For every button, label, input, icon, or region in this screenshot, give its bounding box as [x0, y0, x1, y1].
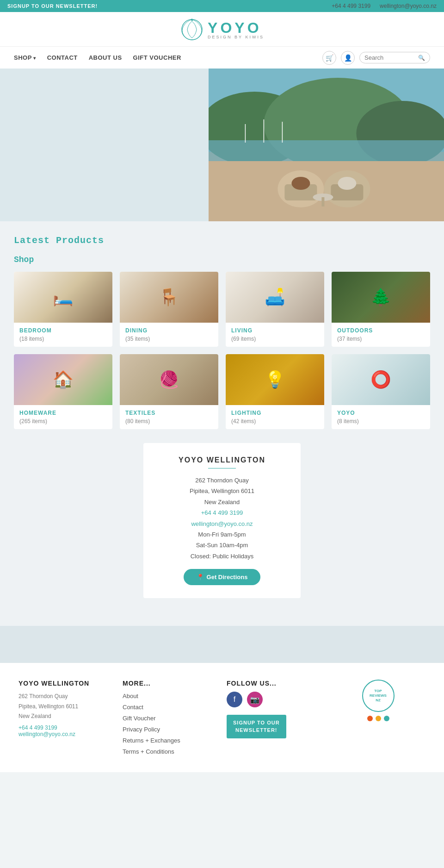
product-name: BEDROOM: [19, 327, 107, 334]
directions-button[interactable]: 📍 Get Directions: [184, 569, 261, 585]
footer-follow-title: Follow us...: [227, 680, 321, 687]
footer-addr3: New Zealand: [18, 712, 113, 722]
logo-sub: DESIGN BY KIWIS: [208, 35, 264, 39]
hero-image: [209, 69, 444, 221]
store-address-line3: New Zealand: [162, 497, 282, 507]
dots-row: [367, 716, 389, 721]
store-address-line2: Pipitea, Wellington 6011: [162, 486, 282, 496]
footer-link-terms-+-conditions[interactable]: Terms + Conditions: [123, 748, 174, 755]
product-count: (69 items): [231, 336, 319, 342]
product-card-outdoors[interactable]: 🌲 OUTDOORS (37 items): [332, 272, 430, 347]
store-info-wrapper: YOYO WELLINGTON 262 Thorndon Quay Pipite…: [14, 443, 430, 598]
footer-store-address: 262 Thorndon Quay Pipitea, Wellington 60…: [18, 692, 113, 722]
product-card-yoyo[interactable]: ⭕ YOYO (8 items): [332, 354, 430, 429]
product-card-textiles[interactable]: 🧶 TEXTILES (80 items): [120, 354, 218, 429]
product-image-dining: 🪑: [120, 272, 218, 323]
hero-left: [0, 69, 209, 221]
product-info: OUTDOORS (37 items): [332, 323, 430, 347]
logo-text: YOYO DESIGN BY KIWIS: [208, 20, 264, 39]
store-hours-weekend: Sat-Sun 10am-4pm: [162, 540, 282, 550]
product-card-living[interactable]: 🛋️ LIVING (69 items): [226, 272, 324, 347]
product-name: LIVING: [231, 327, 319, 334]
footer-link-contact[interactable]: Contact: [123, 704, 143, 711]
footer-addr1: 262 Thorndon Quay: [18, 692, 113, 702]
footer-col-more: More... AboutContactGift VoucherPrivacy …: [123, 680, 217, 758]
footer-link-item: Gift Voucher: [123, 714, 217, 722]
product-grid-row1: 🛏️ BEDROOM (18 items) 🪑 DINING (35 items…: [14, 272, 430, 347]
product-card-homeware[interactable]: 🏠 HOMEWARE (265 items): [14, 354, 112, 429]
footer-link-item: Terms + Conditions: [123, 747, 217, 756]
footer-link-about[interactable]: About: [123, 693, 138, 699]
nav-icons: 🛒 👤 🔍: [322, 51, 430, 65]
svg-rect-9: [209, 140, 444, 163]
instagram-icon[interactable]: 📷: [247, 692, 263, 707]
cart-button[interactable]: 🛒: [322, 51, 336, 65]
svg-rect-21: [322, 197, 325, 206]
top-bar-phone: +64 4 499 3199: [332, 3, 370, 9]
hero-section: [0, 69, 444, 221]
product-info: DINING (35 items): [120, 323, 218, 347]
product-count: (8 items): [337, 418, 425, 425]
product-image-bedroom: 🛏️: [14, 272, 112, 323]
search-box[interactable]: 🔍: [359, 52, 430, 63]
store-name: YOYO WELLINGTON: [162, 456, 282, 464]
footer-store-title: YOYO WELLINGTON: [18, 680, 113, 687]
product-card-bedroom[interactable]: 🛏️ BEDROOM (18 items): [14, 272, 112, 347]
badge-text: TOPREVIEWSNZ: [370, 689, 387, 703]
product-name: DINING: [125, 327, 213, 334]
svg-point-18: [292, 177, 310, 190]
product-grid-row2: 🏠 HOMEWARE (265 items) 🧶 TEXTILES (80 it…: [14, 354, 430, 429]
dot-1: [367, 716, 373, 721]
store-info-card: YOYO WELLINGTON 262 Thorndon Quay Pipite…: [143, 443, 301, 598]
store-hours-holidays: Closed: Public Holidays: [162, 551, 282, 562]
account-button[interactable]: 👤: [341, 51, 355, 65]
newsletter-signup-label[interactable]: SIGNUP TO OUR NEWSLETTER!: [7, 3, 98, 9]
shop-section-title: Shop: [14, 255, 430, 264]
nav-shop[interactable]: SHOP: [14, 54, 36, 61]
product-count: (80 items): [125, 418, 213, 425]
search-input[interactable]: [364, 54, 415, 61]
location-icon: 📍: [197, 574, 204, 581]
nav-contact[interactable]: CONTACT: [47, 54, 78, 61]
header: YOYO DESIGN BY KIWIS SHOP CONTACT ABOUT …: [0, 12, 444, 69]
store-email: wellington@yoyo.co.nz: [162, 518, 282, 529]
product-info: TEXTILES (80 items): [120, 405, 218, 429]
product-count: (35 items): [125, 336, 213, 342]
latest-products-title: Latest Products: [14, 235, 430, 246]
product-name: HOMEWARE: [19, 410, 107, 416]
footer-badge-col: TOPREVIEWSNZ: [331, 680, 426, 758]
logo-area[interactable]: YOYO DESIGN BY KIWIS: [180, 18, 264, 42]
store-hours-weekday: Mon-Fri 9am-5pm: [162, 529, 282, 540]
product-card-lighting[interactable]: 💡 LIGHTING (42 items): [226, 354, 324, 429]
directions-label: Get Directions: [207, 574, 248, 581]
footer-link-item: Returns + Exchanges: [123, 736, 217, 744]
nav-gift-voucher[interactable]: GIFT VOUCHER: [133, 54, 181, 61]
product-count: (265 items): [19, 418, 107, 425]
logo-name: YOYO: [208, 20, 264, 35]
footer-phone: +64 4 499 3199: [18, 724, 113, 731]
footer-link-gift-voucher[interactable]: Gift Voucher: [123, 715, 156, 722]
nav: SHOP CONTACT ABOUT US GIFT VOUCHER 🛒 👤 🔍: [0, 46, 444, 69]
store-address: 262 Thorndon Quay Pipitea, Wellington 60…: [162, 475, 282, 562]
nav-links: SHOP CONTACT ABOUT US GIFT VOUCHER: [14, 54, 322, 61]
product-info: YOYO (8 items): [332, 405, 430, 429]
footer-links-list: AboutContactGift VoucherPrivacy PolicyRe…: [123, 692, 217, 756]
dot-3: [384, 716, 389, 721]
footer-more-title: More...: [123, 680, 217, 687]
main-content: Latest Products Shop 🛏️ BEDROOM (18 item…: [0, 221, 444, 626]
product-info: HOMEWARE (265 items): [14, 405, 112, 429]
top-bar: SIGNUP TO OUR NEWSLETTER! +64 4 499 3199…: [0, 0, 444, 12]
product-info: BEDROOM (18 items): [14, 323, 112, 347]
reviews-badge: TOPREVIEWSNZ: [362, 680, 395, 712]
footer-link-privacy-policy[interactable]: Privacy Policy: [123, 726, 160, 733]
search-icon[interactable]: 🔍: [418, 55, 425, 61]
nav-about-us[interactable]: ABOUT US: [89, 54, 122, 61]
footer-link-item: Contact: [123, 703, 217, 711]
facebook-icon[interactable]: f: [227, 692, 242, 707]
footer-col-store: YOYO WELLINGTON 262 Thorndon Quay Pipite…: [18, 680, 113, 758]
social-icons: f 📷: [227, 692, 321, 707]
footer-link-returns-+-exchanges[interactable]: Returns + Exchanges: [123, 737, 180, 744]
footer-newsletter-button[interactable]: SIGNUP TO OURNEWSLETTER!: [227, 715, 286, 738]
product-card-dining[interactable]: 🪑 DINING (35 items): [120, 272, 218, 347]
footer-link-item: About: [123, 692, 217, 700]
